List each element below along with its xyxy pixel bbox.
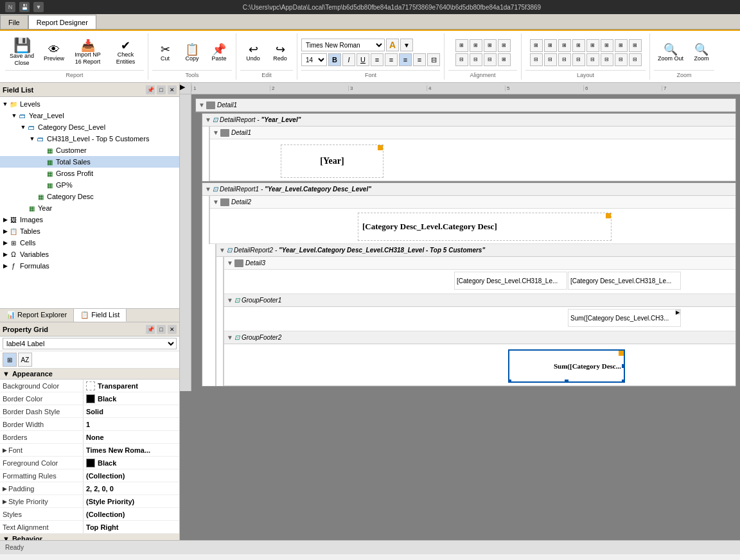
layout-tool-3[interactable]: ⊞	[558, 39, 571, 52]
detail2-collapse[interactable]: ▼	[213, 198, 219, 206]
prop-row-borders[interactable]: Borders None	[0, 431, 179, 444]
field-list-pin-icon[interactable]: 📌	[146, 85, 155, 94]
tree-item-gross-profit[interactable]: ▦ Gross Profit	[0, 168, 179, 179]
selection-handle-bl[interactable]	[508, 380, 511, 383]
menu-icon[interactable]: ▼	[33, 2, 44, 12]
layout-tool-12[interactable]: ⊟	[572, 53, 585, 66]
layout-tool-4[interactable]: ⊞	[572, 39, 585, 52]
detail-report-year-collapse[interactable]: ▼	[205, 116, 211, 123]
sum-field2-box[interactable]: Sum([Category Desc...	[508, 349, 625, 383]
prop-category-btn[interactable]: ⊞	[3, 353, 17, 367]
layout-tool-15[interactable]: ⊟	[615, 53, 628, 66]
tree-item-category-desc-field[interactable]: ▦ Category Desc	[0, 191, 179, 202]
canvas-area[interactable]: ▶ 1 2 3 4 5 6 7 ▼	[180, 83, 740, 540]
layout-tool-2[interactable]: ⊞	[544, 39, 557, 52]
sum-field1-box[interactable]: Sum([Category Desc_Level.CH3... ▶	[568, 309, 681, 327]
tree-item-year-level[interactable]: ▼ 🗃 Year_Level	[0, 110, 179, 121]
detail2-row[interactable]: ▼ Detail2	[210, 196, 736, 209]
zoom-out-button[interactable]: 🔍 Zoom Out	[654, 41, 687, 64]
prop-row-text-align[interactable]: Text Alignment Top Right	[0, 521, 179, 534]
tree-item-ch318-level[interactable]: ▼ 🗃 CH318_Level - Top 5 Customers	[0, 133, 179, 144]
year-field-handle[interactable]	[378, 145, 383, 150]
detail1-collapse-icon[interactable]: ▼	[198, 101, 205, 109]
tree-item-year[interactable]: ▦ Year	[0, 202, 179, 214]
layout-btn-5[interactable]: ⊟	[455, 53, 468, 66]
save-close-button[interactable]: 💾 Save and Close	[5, 36, 39, 69]
layout-tool-11[interactable]: ⊟	[558, 53, 571, 66]
variables-expand[interactable]: ▶	[1, 250, 9, 258]
detail1-sub-collapse[interactable]: ▼	[213, 129, 219, 136]
prop-row-fg-color[interactable]: Foreground Color Black	[0, 457, 179, 469]
prop-section-behavior[interactable]: ▼ Behavior	[0, 534, 179, 540]
detail-report-ch318-row[interactable]: ▼ ⊡ DetailReport2 - "Year_Level.Category…	[216, 244, 736, 257]
selection-handle-br[interactable]	[622, 380, 625, 383]
zoom-in-button[interactable]: 🔍 Zoom	[689, 41, 714, 64]
preview-button[interactable]: 👁 Preview	[40, 41, 68, 64]
sum-field1-handle[interactable]: ▶	[675, 310, 680, 315]
align-justify-btn[interactable]: ≡	[413, 53, 426, 66]
field-list-close-icon[interactable]: ✕	[168, 85, 177, 94]
import-np16-button[interactable]: 📥 Import NP 16 Report	[69, 37, 106, 68]
band-detail-report-year-row[interactable]: ▼ ⊡ DetailReport - "Year_Level"	[202, 114, 736, 127]
prop-row-bg-color[interactable]: Background Color Transparent	[0, 380, 179, 392]
tab-field-list[interactable]: 📋 Field List	[74, 309, 127, 322]
layout-btn-1[interactable]: ⊞	[455, 39, 468, 52]
images-expand[interactable]: ▶	[1, 216, 9, 223]
category-desc-expand[interactable]: ▼	[19, 123, 27, 131]
align-left-btn[interactable]: ≡	[371, 53, 383, 66]
prop-row-formatting-rules[interactable]: Formatting Rules (Collection)	[0, 469, 179, 482]
prop-row-border-color[interactable]: Border Color Black	[0, 392, 179, 405]
detail-report-cat-collapse[interactable]: ▼	[205, 186, 211, 193]
tree-item-variables[interactable]: ▶ Ω Variables	[0, 249, 179, 260]
tree-item-gp-pct[interactable]: ▦ GP%	[0, 179, 179, 191]
prop-alpha-btn[interactable]: AZ	[18, 353, 32, 367]
tree-item-customer[interactable]: ▦ Customer	[0, 144, 179, 156]
layout-tool-14[interactable]: ⊟	[601, 53, 613, 66]
layout-btn-2[interactable]: ⊞	[470, 39, 482, 52]
field-list-maximize-icon[interactable]: □	[157, 85, 166, 94]
layout-tool-10[interactable]: ⊟	[544, 53, 557, 66]
cut-button[interactable]: ✂ Cut	[152, 41, 178, 64]
band-detail1-header-row[interactable]: ▼ Detail1	[196, 99, 736, 112]
layout-btn-6[interactable]: ⊟	[470, 53, 482, 66]
detail1-sub-row[interactable]: ▼ Detail1	[210, 127, 736, 139]
layout-tool-7[interactable]: ⊞	[615, 39, 628, 52]
year-field-box[interactable]: [Year]	[281, 144, 383, 178]
layout-btn-7[interactable]: ⊟	[484, 53, 497, 66]
prop-section-appearance[interactable]: ▼ Appearance	[0, 369, 179, 380]
layout-btn-3[interactable]: ⊞	[484, 39, 497, 52]
band-detail-report-category-row[interactable]: ▼ ⊡ DetailReport1 - "Year_Level.Category…	[202, 183, 736, 196]
paste-button[interactable]: 📌 Paste	[206, 41, 232, 64]
group-footer2-row[interactable]: ▼ ⊡ GroupFooter2	[224, 331, 736, 344]
category-desc-field-box[interactable]: [Category Desc_Level.Category Desc]	[358, 213, 612, 241]
prop-element-select[interactable]: label4 Label	[3, 338, 177, 349]
selection-handle-bottom[interactable]	[565, 380, 568, 383]
redo-button[interactable]: ↪ Redo	[267, 41, 293, 64]
font-expand-icon[interactable]: ▶	[3, 447, 7, 453]
ch318-expand[interactable]: ▼	[28, 135, 36, 143]
font-color-btn[interactable]: A	[386, 39, 399, 51]
layout-tool-9[interactable]: ⊟	[530, 53, 543, 66]
selection-handle-right[interactable]	[622, 364, 625, 368]
category-desc-handle[interactable]	[606, 213, 611, 218]
layout-tool-5[interactable]: ⊞	[586, 39, 599, 52]
tree-item-levels[interactable]: ▼ 📁 Levels	[0, 98, 179, 110]
underline-btn[interactable]: U	[357, 53, 369, 66]
prop-row-border-width[interactable]: Border Width 1	[0, 418, 179, 431]
prop-row-styles[interactable]: Styles (Collection)	[0, 508, 179, 521]
layout-tool-13[interactable]: ⊟	[586, 53, 599, 66]
tab-report-explorer[interactable]: 📊 Report Explorer	[0, 309, 74, 322]
group-footer2-collapse[interactable]: ▼	[227, 334, 233, 341]
align-extra-btn[interactable]: ⊟	[427, 53, 440, 66]
tree-item-category-desc-level[interactable]: ▼ 🗃 Category Desc_Level	[0, 121, 179, 133]
undo-button[interactable]: ↩ Undo	[240, 41, 266, 64]
tab-file[interactable]: File	[0, 15, 28, 29]
save-icon[interactable]: 💾	[19, 2, 30, 12]
layout-btn-4[interactable]: ⊞	[498, 39, 511, 52]
copy-button[interactable]: 📋 Copy	[179, 41, 205, 64]
group-footer2-content[interactable]: Sum([Category Desc...	[224, 344, 736, 386]
italic-btn[interactable]: I	[342, 53, 355, 66]
tree-item-images[interactable]: ▶ 🖼 Images	[0, 214, 179, 225]
tree-item-formulas[interactable]: ▶ ƒ Formulas	[0, 260, 179, 272]
layout-tool-8[interactable]: ⊞	[629, 39, 642, 52]
